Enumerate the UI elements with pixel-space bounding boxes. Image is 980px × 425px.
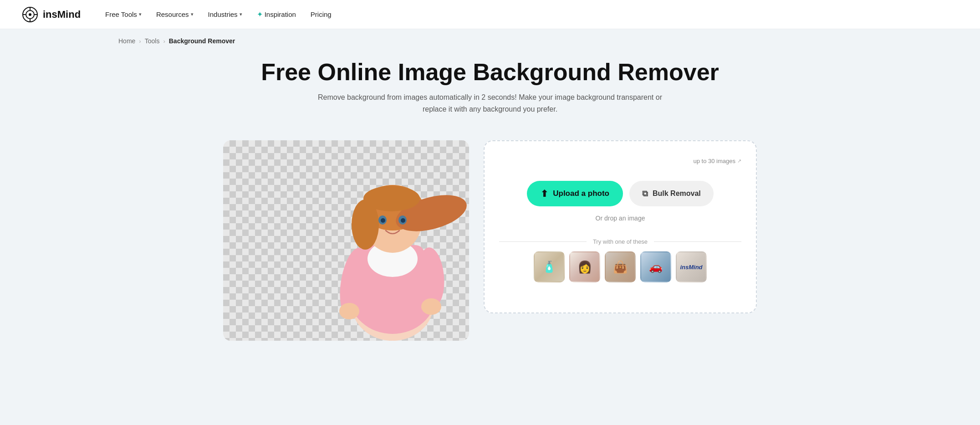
logo-link[interactable]: insMind [22,6,81,23]
hero-title: Free Online Image Background Remover [11,59,969,85]
thumb-logo[interactable]: insMind [676,251,707,282]
nav-item-pricing[interactable]: Pricing [304,7,338,22]
drop-text: Or drop an image [596,215,645,222]
try-thumbnails: insMind [499,251,741,282]
nav-item-industries[interactable]: Industries ▾ [202,7,249,22]
main-content: up to 30 images ↗ ⬆ Upload a photo ⧉ Bul… [0,128,980,359]
nav-item-inspiration[interactable]: ✦ Inspiration [250,6,302,22]
arrow-icon: ↗ [737,158,741,164]
breadcrumb-sep-1: › [139,38,141,45]
thumb-woman[interactable] [569,251,600,282]
chevron-down-icon: ▾ [191,11,194,17]
checker-background [223,140,469,341]
spark-icon: ✦ [257,10,263,19]
svg-point-24 [421,298,441,315]
thumb-car[interactable] [640,251,671,282]
try-divider: Try with one of these [499,238,741,245]
svg-point-19 [381,218,385,223]
navbar: insMind Free Tools ▾ Resources ▾ Industr… [0,0,980,29]
demo-panel [223,140,469,341]
thumb-bag[interactable] [605,251,636,282]
chevron-down-icon: ▾ [240,11,242,17]
logo-icon [22,6,38,23]
breadcrumb: Home › Tools › Background Remover [118,37,980,45]
breadcrumb-home[interactable]: Home [118,37,135,45]
nav-item-resources[interactable]: Resources ▾ [150,7,200,22]
upload-photo-button[interactable]: ⬆ Upload a photo [527,181,623,206]
thumb-bottles[interactable] [534,251,565,282]
svg-point-20 [401,218,405,223]
svg-point-2 [29,13,31,16]
nav-item-free-tools[interactable]: Free Tools ▾ [99,7,148,22]
button-row: ⬆ Upload a photo ⧉ Bulk Removal [527,181,714,206]
breadcrumb-tools[interactable]: Tools [145,37,160,45]
demo-girl-image [315,140,469,341]
hero-subtitle: Remove background from images automatica… [317,92,663,115]
upload-panel: up to 30 images ↗ ⬆ Upload a photo ⧉ Bul… [484,140,757,313]
hero-section: Free Online Image Background Remover Rem… [0,45,980,128]
chevron-down-icon: ▾ [139,11,142,17]
try-section: Try with one of these insMind [499,238,741,282]
breadcrumb-bar: Home › Tools › Background Remover [0,29,980,45]
svg-point-23 [339,303,359,319]
nav-links: Free Tools ▾ Resources ▾ Industries ▾ ✦ … [99,6,958,22]
breadcrumb-sep-2: › [163,38,165,45]
bulk-removal-button[interactable]: ⧉ Bulk Removal [629,181,714,206]
breadcrumb-current: Background Remover [169,37,235,45]
upload-icon: ⬆ [541,188,548,199]
stack-icon: ⧉ [642,189,648,199]
thumb-logo-text: insMind [677,252,706,282]
up-to-label: up to 30 images ↗ [693,158,741,164]
svg-point-16 [363,186,420,211]
